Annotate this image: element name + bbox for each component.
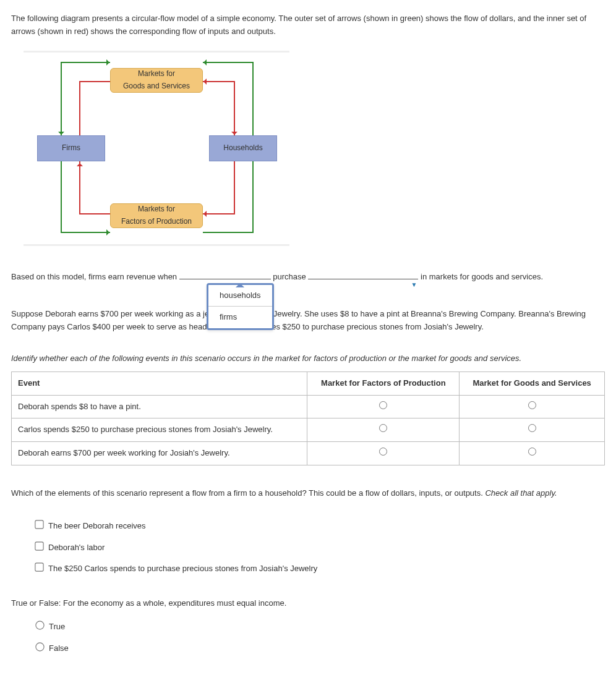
circular-flow-diagram: Markets for Goods and Services Markets f…	[24, 51, 289, 246]
node-market-factors: Markets for Factors of Production	[110, 203, 203, 228]
table-row: Carlos spends $250 to purchase precious …	[12, 418, 605, 442]
table-row: Deborah spends $8 to have a pint.	[12, 395, 605, 418]
tf-options: True False	[33, 619, 605, 655]
radio-goods-0[interactable]	[528, 401, 536, 409]
radio-false[interactable]	[35, 642, 44, 651]
event-cell: Deborah spends $8 to have a pint.	[12, 395, 307, 418]
node-firms: Firms	[37, 135, 105, 161]
fill-pre: Based on this model, firms earn revenue …	[11, 272, 179, 281]
col-event: Event	[12, 371, 307, 395]
dropdown-arrow-icon: ▼	[411, 280, 417, 290]
event-cell: Carlos spends $250 to purchase precious …	[12, 418, 307, 442]
node-market-goods: Markets for Goods and Services	[110, 68, 203, 93]
flow-question-text: Which of the elements of this scenario r…	[11, 488, 485, 498]
radio-goods-1[interactable]	[528, 424, 536, 432]
radio-factors-2[interactable]	[379, 448, 387, 456]
events-table: Event Market for Factors of Production M…	[11, 371, 605, 465]
dropdown-option-firms[interactable]: firms	[208, 307, 272, 328]
checkbox-1[interactable]	[35, 541, 43, 550]
table-row: Deborah earns $700 per week working for …	[12, 442, 605, 465]
true-false-question: True or False: For the economy as a whol…	[11, 597, 605, 610]
check-all-apply: Check all that apply.	[485, 488, 557, 498]
flow-checklist: The beer Deborah receives Deborah's labo…	[33, 519, 605, 575]
tf-false[interactable]: False	[33, 643, 69, 653]
tf-true-label: True	[49, 622, 65, 631]
arrowhead-icon	[106, 229, 113, 236]
blank-who[interactable]: ▼	[179, 279, 271, 279]
check-label-1: Deborah's labor	[48, 543, 105, 552]
radio-true[interactable]	[35, 621, 44, 629]
checkbox-2[interactable]	[35, 563, 43, 572]
tf-false-label: False	[49, 643, 69, 653]
dropdown-option-households[interactable]: households	[208, 285, 272, 307]
checkbox-0[interactable]	[35, 520, 43, 529]
scenario-paragraph: Suppose Deborah earns $700 per week work…	[11, 308, 605, 334]
table-instruction: Identify whether each of the following e…	[11, 352, 605, 365]
col-factors: Market for Factors of Production	[307, 371, 460, 395]
radio-factors-0[interactable]	[379, 401, 387, 409]
arrowhead-icon	[200, 59, 207, 66]
radio-goods-2[interactable]	[528, 448, 536, 456]
event-cell: Deborah earns $700 per week working for …	[12, 442, 307, 465]
arrowhead-icon	[106, 59, 113, 66]
check-option-0[interactable]: The beer Deborah receives	[33, 521, 146, 530]
fill-blank-sentence: Based on this model, firms earn revenue …	[11, 271, 605, 284]
flow-question: Which of the elements of this scenario r…	[11, 487, 605, 500]
check-label-0: The beer Deborah receives	[48, 521, 146, 530]
fill-mid: purchase	[273, 272, 308, 281]
col-goods: Market for Goods and Services	[460, 371, 605, 395]
check-label-2: The $250 Carlos spends to purchase preci…	[48, 564, 317, 573]
tf-true[interactable]: True	[33, 622, 65, 631]
dropdown-popover: households firms	[207, 283, 274, 331]
check-option-2[interactable]: The $250 Carlos spends to purchase preci…	[33, 564, 317, 573]
intro-text: The following diagram presents a circula…	[11, 12, 605, 38]
fill-post: in markets for goods and services.	[421, 272, 543, 281]
radio-factors-1[interactable]	[379, 424, 387, 432]
node-households: Households	[209, 135, 277, 161]
check-option-1[interactable]: Deborah's labor	[33, 543, 105, 552]
blank-what[interactable]: ▼	[308, 279, 418, 279]
